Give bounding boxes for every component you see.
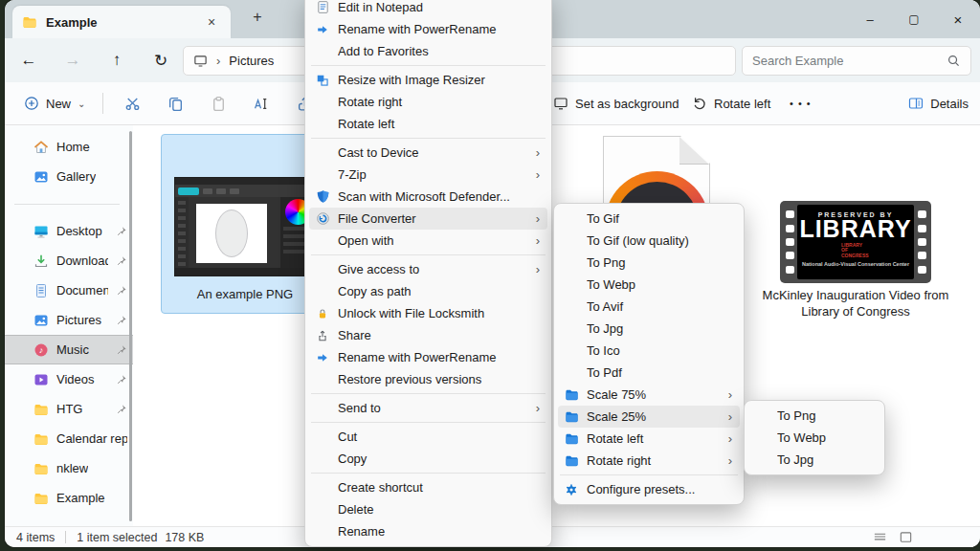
back-button[interactable]: ←: [18, 51, 39, 70]
sidebar-item-pictures[interactable]: Pictures: [5, 305, 133, 335]
new-button[interactable]: New ⌄: [14, 88, 95, 119]
toolbar-divider: [102, 93, 103, 114]
menu-item-create-shortcut[interactable]: Create shortcut: [309, 476, 547, 498]
sidebar-item-desktop[interactable]: Desktop: [5, 216, 133, 246]
minimize-button[interactable]: –: [848, 0, 892, 38]
menu-item-delete[interactable]: Delete: [309, 498, 547, 520]
folder-icon: [564, 453, 579, 469]
sidebar-item-music[interactable]: ♪ Music: [5, 335, 133, 364]
sidebar-item-videos[interactable]: Videos: [5, 364, 133, 394]
list-view-icon[interactable]: [873, 530, 887, 544]
menu-item-rename[interactable]: Rename: [309, 520, 547, 542]
details-button[interactable]: Details: [908, 88, 969, 119]
submenu-item-to-webp[interactable]: To Webp: [558, 274, 740, 296]
maximize-button[interactable]: ▢: [892, 0, 936, 38]
sidebar-item-home[interactable]: Home: [5, 132, 133, 162]
rename-icon: [254, 96, 270, 112]
menu-item-share[interactable]: Share: [309, 324, 547, 346]
pin-icon: [116, 226, 127, 237]
submenu-item-to-jpg[interactable]: To Jpg: [748, 449, 880, 471]
submenu-item-scale-25[interactable]: Scale 25% ›: [558, 406, 740, 428]
menu-item-cast-to-device[interactable]: Cast to Device ›: [309, 142, 547, 164]
rotate-left-button[interactable]: Rotate left: [692, 88, 770, 119]
file-item-mckinley-video[interactable]: PRESERVED BY LIBRARY LIBRARY OF CONGRESS…: [780, 201, 931, 283]
menu-separator: [311, 254, 546, 255]
submenu-item-to-jpg[interactable]: To Jpg: [558, 318, 740, 340]
menu-item-edit-in-notepad[interactable]: Edit in Notepad: [309, 0, 547, 18]
submenu-item-rotate-left[interactable]: Rotate left ›: [558, 428, 740, 450]
explorer-tab[interactable]: Example ×: [12, 6, 231, 38]
menu-item-cut[interactable]: Cut: [309, 426, 547, 448]
item-count: 4 items: [16, 531, 55, 544]
submenu-item-configure-presets[interactable]: Configure presets...: [558, 478, 740, 500]
menu-item-add-to-favorites[interactable]: Add to Favorites: [309, 40, 547, 62]
folder-icon: [22, 14, 37, 30]
submenu-item-to-pdf[interactable]: To Pdf: [558, 362, 740, 384]
paste-icon: [211, 96, 227, 112]
thumbnail-view-icon[interactable]: [899, 530, 913, 544]
menu-item-copy[interactable]: Copy: [309, 448, 547, 470]
this-pc-icon: [193, 54, 208, 68]
menu-item-resize-with-image-resizer[interactable]: Resize with Image Resizer: [309, 69, 547, 91]
up-button[interactable]: ↑: [106, 51, 127, 70]
menu-item-rename-with-powerrename[interactable]: Rename with PowerRename: [309, 18, 547, 40]
menu-item-copy-as-path[interactable]: Copy as path: [309, 280, 547, 302]
share-icon: [315, 328, 330, 343]
sidebar-item-htg[interactable]: HTG: [5, 394, 133, 424]
submenu-item-to-png[interactable]: To Png: [748, 405, 880, 427]
powerrename-icon: [315, 350, 330, 365]
submenu-item-to-avif[interactable]: To Avif: [558, 296, 740, 318]
pin-icon: [116, 374, 127, 386]
sidebar-item-nklew[interactable]: nklew: [5, 453, 133, 483]
copy-button[interactable]: [154, 88, 197, 119]
breadcrumb-pictures[interactable]: Pictures: [229, 54, 274, 68]
close-button[interactable]: ×: [936, 0, 980, 38]
sidebar-item-calendar-replace[interactable]: Calendar replace: [5, 424, 133, 453]
menu-item-rotate-left[interactable]: Rotate left: [309, 113, 547, 135]
search-box[interactable]: [742, 46, 971, 76]
pin-icon: [116, 255, 127, 267]
submenu-item-to-png[interactable]: To Png: [558, 252, 740, 274]
menu-item-scan-with-defender[interactable]: Scan with Microsoft Defender...: [309, 186, 547, 208]
menu-item-give-access-to[interactable]: Give access to ›: [309, 258, 547, 280]
menu-item-7-zip[interactable]: 7-Zip ›: [309, 164, 547, 186]
forward-button[interactable]: →: [62, 51, 83, 70]
rename-button[interactable]: [240, 88, 283, 119]
search-input[interactable]: [752, 54, 939, 68]
scale-25-submenu: To Png To Webp To Jpg: [744, 400, 885, 475]
menu-item-rename-with-powerrename-2[interactable]: Rename with PowerRename: [309, 346, 547, 368]
sidebar-item-gallery[interactable]: Gallery: [5, 162, 133, 191]
sidebar-item-downloads[interactable]: Downloads: [5, 246, 133, 276]
more-options-button[interactable]: • • •: [790, 88, 812, 119]
menu-item-restore-previous-versions[interactable]: Restore previous versions: [309, 368, 547, 390]
menu-item-rotate-right[interactable]: Rotate right: [309, 91, 547, 113]
desktop-icon: [33, 224, 49, 239]
submenu-item-rotate-right[interactable]: Rotate right ›: [558, 450, 740, 472]
submenu-item-scale-75[interactable]: Scale 75% ›: [558, 384, 740, 406]
sidebar-item-example[interactable]: Example: [5, 483, 133, 513]
sidebar-item-documents[interactable]: Documents: [5, 276, 133, 305]
menu-item-file-converter[interactable]: File Converter ›: [309, 208, 547, 230]
copy-icon: [167, 96, 184, 112]
menu-item-send-to[interactable]: Send to ›: [309, 397, 547, 419]
cut-button[interactable]: [111, 88, 154, 119]
submenu-item-to-ico[interactable]: To Ico: [558, 340, 740, 362]
sidebar-scrollbar[interactable]: [129, 131, 132, 521]
selection-size: 178 KB: [165, 531, 204, 544]
submenu-item-to-webp[interactable]: To Webp: [748, 427, 880, 449]
menu-item-open-with[interactable]: Open with ›: [309, 230, 547, 252]
gear-icon: [564, 482, 579, 497]
file-converter-icon: [315, 211, 330, 227]
new-tab-button[interactable]: +: [246, 9, 269, 26]
menu-separator: [311, 393, 546, 394]
film-holes-right: [914, 205, 929, 279]
submenu-item-to-gif[interactable]: To Gif: [558, 208, 740, 230]
refresh-button[interactable]: ↻: [150, 51, 171, 71]
submenu-chevron-icon: ›: [536, 233, 540, 248]
paste-button[interactable]: [197, 88, 240, 119]
submenu-item-to-gif-low-quality[interactable]: To Gif (low quality): [558, 230, 740, 252]
menu-item-unlock-with-file-locksmith[interactable]: Unlock with File Locksmith: [309, 302, 547, 324]
set-as-background-button[interactable]: Set as background: [553, 88, 679, 119]
menu-separator: [311, 65, 546, 66]
tab-close-icon[interactable]: ×: [202, 14, 221, 30]
